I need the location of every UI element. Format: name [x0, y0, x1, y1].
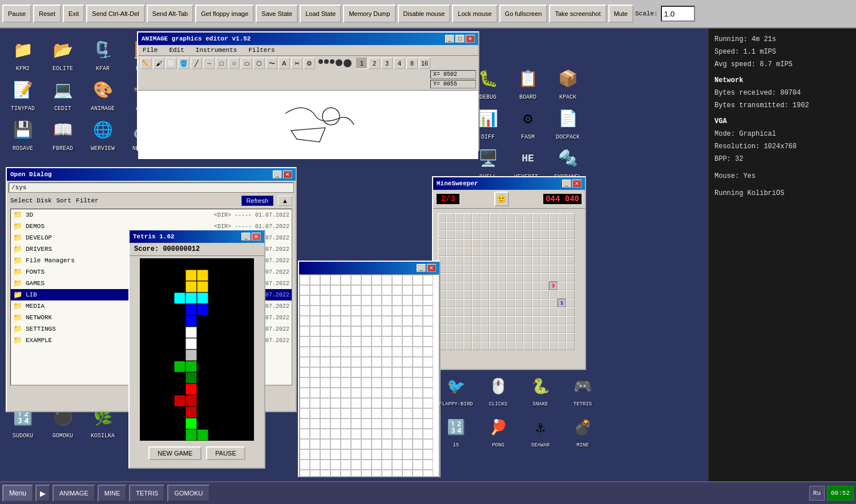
grid-cell[interactable] [320, 429, 330, 439]
mine-cell[interactable] [515, 324, 523, 333]
grid-cell[interactable] [382, 429, 392, 439]
grid-cell[interactable] [382, 377, 392, 388]
grid-cell[interactable] [372, 285, 382, 295]
mine-cell[interactable] [481, 239, 489, 247]
grid-cell[interactable] [413, 377, 423, 388]
grid-cell[interactable] [361, 336, 372, 347]
mine-cell[interactable] [446, 239, 455, 247]
mine-cell[interactable] [523, 333, 532, 342]
grid-cell[interactable] [330, 388, 341, 398]
mine-cell[interactable]: 3 [549, 282, 558, 290]
desktop-icon-rosave[interactable]: 💾 ROSAVE [3, 114, 43, 154]
grid-cell[interactable] [330, 377, 341, 388]
tool-extra[interactable]: ⚙ [304, 58, 315, 69]
grid-cell[interactable] [423, 388, 433, 398]
grid-cell[interactable] [300, 347, 310, 357]
grid-cell[interactable] [372, 316, 382, 326]
grid-cell[interactable] [402, 316, 413, 326]
exit-button[interactable]: Exit [63, 5, 84, 23]
grid-cell[interactable] [392, 336, 402, 347]
grid-cell[interactable] [361, 460, 372, 470]
mine-cell[interactable] [549, 316, 558, 324]
mine-cell[interactable] [549, 333, 558, 342]
mine-cell[interactable] [506, 213, 515, 222]
grid-cell[interactable] [310, 367, 320, 377]
minesweeper-close[interactable]: ✕ [572, 180, 582, 188]
mine-cell[interactable] [472, 230, 481, 239]
grid-cell[interactable] [361, 418, 372, 429]
tool-poly[interactable]: ⬡ [253, 58, 265, 69]
grid-cell[interactable] [382, 285, 392, 295]
grid-cell[interactable] [361, 470, 372, 476]
mine-cell[interactable] [566, 290, 575, 299]
grid-cell[interactable] [382, 367, 392, 377]
grid-cell[interactable] [330, 285, 341, 295]
mine-cell[interactable] [540, 299, 549, 307]
grid-cell[interactable] [320, 398, 330, 408]
grid-cell[interactable] [310, 316, 320, 326]
mine-cell[interactable] [523, 324, 532, 333]
send-alt-tab-button[interactable]: Send Alt-Tab [147, 5, 193, 23]
tool-circle[interactable]: ○ [228, 58, 240, 69]
mine-cell[interactable] [549, 230, 558, 239]
mine-cell[interactable] [463, 222, 472, 230]
grid-cell[interactable] [300, 326, 310, 336]
mine-cell[interactable] [489, 265, 498, 273]
mine-cell[interactable] [515, 333, 523, 342]
mine-cell[interactable] [540, 324, 549, 333]
mine-cell[interactable] [455, 256, 463, 265]
grid-cell[interactable] [413, 418, 423, 429]
grid-cell[interactable] [413, 295, 423, 306]
mine-cell[interactable] [540, 222, 549, 230]
tool-curve[interactable]: 〜 [266, 58, 277, 69]
game-icon-15[interactable]: 🔢 15 [436, 412, 476, 450]
desktop-icon-board[interactable]: 📋 BOARD [508, 63, 548, 103]
grid-cell[interactable] [330, 316, 341, 326]
game-icon-tetris[interactable]: 🎮 TETRIS [563, 371, 603, 409]
grid-cell[interactable] [330, 449, 341, 460]
mine-cell[interactable] [463, 324, 472, 333]
grid-cell[interactable] [413, 439, 423, 449]
grid-cell[interactable] [351, 326, 361, 336]
grid-cell[interactable] [300, 429, 310, 439]
grid-cell[interactable] [361, 449, 372, 460]
grid-cell[interactable] [402, 429, 413, 439]
lang-display[interactable]: Ru [809, 486, 825, 501]
tool-text[interactable]: A [278, 58, 290, 69]
mine-cell[interactable] [463, 273, 472, 282]
mine-cell[interactable] [540, 342, 549, 350]
grid-cell[interactable] [402, 398, 413, 408]
grid-cell[interactable] [361, 306, 372, 316]
grid-cell[interactable] [330, 418, 341, 429]
mine-cell[interactable] [438, 247, 446, 256]
mine-cell[interactable] [523, 273, 532, 282]
grid-cell[interactable] [382, 418, 392, 429]
grid-cell[interactable] [382, 470, 392, 476]
mine-cell[interactable] [566, 222, 575, 230]
grid-cell[interactable] [372, 275, 382, 285]
mine-cell[interactable] [506, 247, 515, 256]
mine-cell[interactable] [455, 299, 463, 307]
mine-cell[interactable] [558, 265, 566, 273]
grid-cell[interactable] [341, 418, 351, 429]
grid-cell[interactable] [372, 336, 382, 347]
tetris-minimize[interactable]: _ [241, 233, 251, 241]
mine-cell[interactable] [498, 307, 506, 316]
mine-cell[interactable] [532, 230, 540, 239]
grid-cell[interactable] [320, 377, 330, 388]
grid-cell[interactable] [402, 418, 413, 429]
mine-cell[interactable] [523, 290, 532, 299]
grid-cell[interactable] [361, 295, 372, 306]
open-dialog-titlebar[interactable]: Open Dialog _ ✕ [7, 168, 296, 181]
mine-cell[interactable] [455, 222, 463, 230]
mine-cell[interactable] [566, 256, 575, 265]
mine-cell[interactable] [481, 247, 489, 256]
desktop-icon-fasm[interactable]: ⚙️ FASM [508, 103, 548, 143]
mine-cell[interactable] [489, 256, 498, 265]
mine-cell[interactable] [558, 342, 566, 350]
filter-label[interactable]: Filter [76, 197, 99, 204]
grid-cell[interactable] [402, 336, 413, 347]
mine-cell[interactable] [566, 324, 575, 333]
grid-cell[interactable] [402, 408, 413, 418]
mine-cell[interactable] [523, 256, 532, 265]
